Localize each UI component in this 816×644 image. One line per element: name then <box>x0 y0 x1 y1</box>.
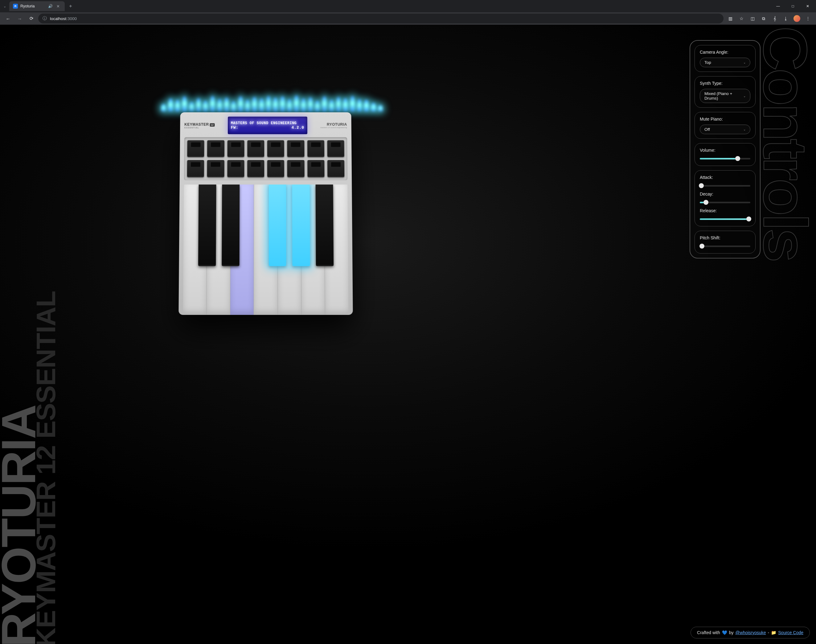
favicon-icon: R <box>13 4 18 9</box>
url-port: :3000 <box>66 16 77 21</box>
drum-pad[interactable] <box>267 140 284 157</box>
black-key[interactable] <box>292 184 310 266</box>
browser-menu-icon[interactable]: ⋮ <box>803 14 813 23</box>
footer-source-link[interactable]: Source Code <box>778 630 803 635</box>
decay-label: Decay: <box>700 192 750 196</box>
extension-notion-icon[interactable]: ◫ <box>747 14 758 23</box>
decor-text-keymaster: KEYMASTER 12 ESSENTIAL <box>34 291 58 644</box>
browser-tab[interactable]: R Ryoturia 🔊 ✕ <box>9 1 65 11</box>
drum-pad[interactable] <box>187 140 204 157</box>
drum-pad[interactable] <box>187 160 204 177</box>
black-key[interactable] <box>269 184 286 266</box>
mute-piano-value: Off <box>704 127 710 132</box>
device-brand-key: KEY <box>184 122 192 126</box>
drum-pad[interactable] <box>227 140 244 157</box>
extensions-icon[interactable]: ⧉ <box>759 14 769 23</box>
drum-pad[interactable] <box>247 140 264 157</box>
footer-sep: - <box>768 630 769 635</box>
synth-type-value: Mixed (Piano + Drums) <box>704 91 743 101</box>
black-key[interactable] <box>222 184 240 266</box>
camera-angle-label: Camera Angle: <box>700 50 750 55</box>
nav-reload-button[interactable]: ⟳ <box>26 14 37 23</box>
control-group-synth: Synth Type: Mixed (Piano + Drums) ⌄ <box>695 76 756 107</box>
close-tab-icon[interactable]: ✕ <box>55 4 61 9</box>
attack-slider[interactable] <box>700 183 750 189</box>
camera-angle-value: Top <box>704 60 711 65</box>
midi-keyboard-device: KEYMASTER12 ESSENTIAL MASTERS OF SOUND E… <box>179 111 352 314</box>
window-close-button[interactable]: ✕ <box>801 1 815 11</box>
device-brand-left: KEYMASTER12 ESSENTIAL <box>184 122 214 129</box>
decor-text-controls: Controls <box>760 26 810 260</box>
footer-crafted: Crafted with <box>697 630 720 635</box>
tab-search-dropdown[interactable]: ⌄ <box>0 4 9 8</box>
release-label: Release: <box>700 208 750 213</box>
device-brand-master: MASTER <box>192 122 209 126</box>
new-tab-button[interactable]: + <box>65 3 77 9</box>
bookmark-icon[interactable]: ☆ <box>736 14 746 23</box>
app-viewport: RYOTURIA KEYMASTER 12 ESSENTIAL Controls… <box>0 25 816 644</box>
synth-type-label: Synth Type: <box>700 81 750 86</box>
drum-pad[interactable] <box>307 140 324 157</box>
footer-by: by <box>729 630 734 635</box>
lcd-fw-label: FW: <box>231 125 239 130</box>
pitch-shift-label: Pitch Shift: <box>700 235 750 240</box>
release-slider[interactable] <box>700 216 750 222</box>
drum-pad[interactable] <box>328 160 344 177</box>
device-brand-right: RYOTURIA masters of sound engineering <box>320 123 347 129</box>
device-brand-num: 12 <box>210 123 215 126</box>
drum-pad[interactable] <box>267 160 284 177</box>
audio-playing-icon[interactable]: 🔊 <box>48 4 53 8</box>
drum-pads-grid <box>184 137 348 180</box>
window-maximize-button[interactable]: □ <box>786 1 800 11</box>
control-group-mute: Mute Piano: Off ⌄ <box>695 112 756 139</box>
footer-author-link[interactable]: @whoisryosuke <box>736 630 766 635</box>
tab-title: Ryoturia <box>20 4 35 8</box>
folder-icon: 📁 <box>771 630 776 635</box>
lcd-line-1: MASTERS OF SOUND ENGINEERING <box>231 121 304 125</box>
decor-text-ryoturia: RYOTURIA <box>0 405 40 644</box>
device-lcd: MASTERS OF SOUND ENGINEERING FW: 4.2.0 <box>228 117 307 134</box>
drum-pad[interactable] <box>328 140 344 157</box>
browser-titlebar: ⌄ R Ryoturia 🔊 ✕ + ― □ ✕ <box>0 0 816 12</box>
drum-pad[interactable] <box>207 160 224 177</box>
pitch-shift-slider[interactable] <box>700 243 750 249</box>
volume-slider[interactable] <box>700 156 750 161</box>
synth-type-select[interactable]: Mixed (Piano + Drums) ⌄ <box>700 89 750 103</box>
profile-avatar[interactable] <box>792 14 802 23</box>
url-field[interactable]: ⓘ localhost:3000 <box>38 14 724 23</box>
decay-slider[interactable] <box>700 199 750 205</box>
drum-pad[interactable] <box>227 160 244 177</box>
device-brand-right-title: RYOTURIA <box>327 123 347 127</box>
drum-pad[interactable] <box>247 160 264 177</box>
controls-panel: Camera Angle: Top ⌄ Synth Type: Mixed (P… <box>690 40 761 258</box>
piano-keys <box>183 184 349 315</box>
nav-forward-button[interactable]: → <box>15 14 24 23</box>
volume-label: Volume: <box>700 148 750 153</box>
site-info-icon[interactable]: ⓘ <box>43 16 47 21</box>
lcd-fw-value: 4.2.0 <box>292 125 304 130</box>
device-brand-right-sub: masters of sound engineering <box>320 127 347 129</box>
heart-icon: 💙 <box>722 630 727 635</box>
window-minimize-button[interactable]: ― <box>771 1 785 11</box>
drum-pad[interactable] <box>307 160 324 177</box>
camera-angle-select[interactable]: Top ⌄ <box>700 58 750 67</box>
control-group-camera: Camera Angle: Top ⌄ <box>695 45 756 72</box>
footer-credits: Crafted with 💙 by @whoisryosuke - 📁 Sour… <box>690 627 810 638</box>
chevron-down-icon: ⌄ <box>743 128 746 131</box>
black-key[interactable] <box>316 184 334 266</box>
url-host: localhost <box>50 16 66 21</box>
downloads-icon[interactable]: ⭳ <box>781 14 791 23</box>
reading-list-icon[interactable]: ▥ <box>726 14 735 23</box>
drum-pad[interactable] <box>287 160 304 177</box>
media-control-icon[interactable]: 𝄞 <box>770 14 779 23</box>
nav-back-button[interactable]: ← <box>3 14 13 23</box>
mute-piano-select[interactable]: Off ⌄ <box>700 124 750 134</box>
black-key[interactable] <box>199 184 216 266</box>
control-group-pitch: Pitch Shift: <box>695 231 756 253</box>
drum-pad[interactable] <box>287 140 304 157</box>
mute-piano-label: Mute Piano: <box>700 117 750 121</box>
soundwave-visualizer <box>161 90 383 111</box>
attack-label: Attack: <box>700 175 750 180</box>
control-group-envelope: Attack: Decay: Release: <box>695 170 756 226</box>
drum-pad[interactable] <box>207 140 224 157</box>
